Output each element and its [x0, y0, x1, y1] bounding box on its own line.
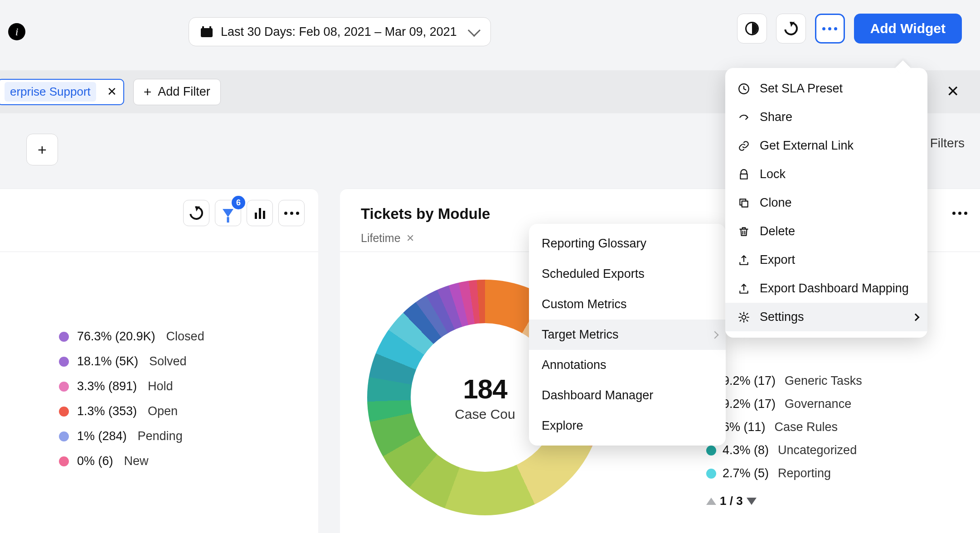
- widget-chart-type-button[interactable]: [247, 200, 273, 226]
- widget-more-button-right[interactable]: [949, 203, 970, 223]
- info-icon[interactable]: i: [8, 23, 25, 40]
- menu-item-label: Export: [760, 253, 795, 267]
- chevron-down-icon: [468, 24, 480, 37]
- legend-item[interactable]: 2.7% (5)Reporting: [706, 466, 862, 480]
- refresh-button[interactable]: [776, 14, 806, 44]
- submenu-item-annotations[interactable]: Annotations: [529, 350, 726, 380]
- filter-count-badge: 6: [232, 196, 245, 209]
- submenu-item-custom-metrics[interactable]: Custom Metrics: [529, 289, 726, 320]
- widget-more-button[interactable]: [278, 200, 305, 226]
- time-scope-chip[interactable]: Lifetime ✕: [361, 232, 414, 245]
- legend-label: New: [124, 454, 149, 468]
- submenu-item-reporting-glossary[interactable]: Reporting Glossary: [529, 228, 726, 259]
- menu-item-label: Clone: [760, 196, 792, 210]
- legend-item[interactable]: 6% (11)Case Rules: [706, 420, 862, 434]
- trash-icon: [737, 225, 751, 238]
- status-legend: 76.3% (20.9K)Closed18.1% (5K)Solved3.3% …: [59, 329, 204, 468]
- legend-value: 9.2% (17): [723, 397, 776, 411]
- contrast-icon: [745, 22, 759, 35]
- legend-value: 18.1% (5K): [77, 354, 138, 368]
- menu-item-export-dashboard-mapping[interactable]: Export Dashboard Mapping: [725, 274, 927, 303]
- close-filter-bar-icon[interactable]: ✕: [946, 82, 959, 100]
- donut-center-value: 184: [463, 373, 507, 405]
- plus-icon: +: [144, 85, 152, 99]
- menu-item-label: Share: [760, 110, 792, 124]
- pager-prev-icon[interactable]: [706, 498, 716, 505]
- more-actions-button[interactable]: [815, 14, 845, 44]
- legend-value: 1% (284): [77, 429, 127, 443]
- lock-icon: [737, 168, 751, 181]
- menu-item-label: Get External Link: [760, 139, 854, 153]
- legend-value: 6% (11): [723, 420, 766, 434]
- legend-value: 9.2% (17): [723, 374, 776, 388]
- legend-value: 76.3% (20.9K): [77, 329, 155, 344]
- submenu-item-explore[interactable]: Explore: [529, 411, 726, 441]
- date-range-text: Last 30 Days: Feb 08, 2021 – Mar 09, 202…: [221, 25, 457, 39]
- legend-value: 3.3% (891): [77, 379, 137, 393]
- legend-label: Open: [148, 404, 178, 418]
- menu-item-clone[interactable]: Clone: [725, 189, 927, 217]
- legend-value: 4.3% (8): [723, 443, 769, 457]
- legend-dot-icon: [706, 469, 716, 479]
- legend-item[interactable]: 4.3% (8)Uncategorized: [706, 443, 862, 457]
- filters-link[interactable]: Filters: [930, 136, 965, 150]
- submenu-item-dashboard-manager[interactable]: Dashboard Manager: [529, 380, 726, 411]
- legend-item[interactable]: 0% (6)New: [59, 454, 204, 468]
- menu-carrot: [895, 60, 911, 76]
- filter-chip-enterprise-support[interactable]: erprise Support ✕: [0, 79, 124, 105]
- remove-scope-icon[interactable]: ✕: [406, 233, 414, 244]
- legend-item[interactable]: 1% (284)Pending: [59, 429, 204, 443]
- legend-value: 2.7% (5): [723, 466, 769, 480]
- legend-label: Case Rules: [775, 420, 838, 434]
- menu-item-set-sla-preset[interactable]: Set SLA Preset: [725, 74, 927, 103]
- legend-value: 1.3% (353): [77, 404, 137, 418]
- widget-title: Tickets by Module: [361, 205, 490, 223]
- menu-item-label: Export Dashboard Mapping: [760, 281, 909, 296]
- submenu-item-target-metrics[interactable]: Target Metrics: [529, 320, 726, 350]
- legend-item[interactable]: 18.1% (5K)Solved: [59, 354, 204, 368]
- filter-icon: [223, 209, 233, 217]
- more-actions-menu: Set SLA PresetShareGet External LinkLock…: [725, 68, 927, 338]
- clock-icon: [737, 82, 751, 96]
- legend-item[interactable]: 76.3% (20.9K)Closed: [59, 329, 204, 344]
- menu-item-delete[interactable]: Delete: [725, 217, 927, 246]
- legend-value: 0% (6): [77, 454, 113, 468]
- menu-item-settings[interactable]: Settings: [725, 303, 927, 331]
- more-horizontal-icon: [284, 212, 299, 215]
- pager-next-icon[interactable]: [747, 498, 757, 505]
- export-icon: [737, 282, 751, 296]
- legend-item[interactable]: 9.2% (17)Governance: [706, 397, 862, 411]
- donut-center-label: Case Cou: [455, 407, 515, 422]
- legend-item[interactable]: 1.3% (353)Open: [59, 404, 204, 418]
- pager-text: 1 / 3: [720, 494, 743, 508]
- legend-dot-icon: [59, 357, 69, 367]
- gear-icon: [737, 310, 751, 324]
- widget-filter-button[interactable]: 6: [215, 200, 241, 226]
- menu-item-export[interactable]: Export: [725, 246, 927, 274]
- legend-label: Closed: [166, 329, 204, 344]
- submenu-item-scheduled-exports[interactable]: Scheduled Exports: [529, 259, 726, 289]
- menu-item-share[interactable]: Share: [725, 103, 927, 131]
- legend-dot-icon: [59, 456, 69, 466]
- bar-chart-icon: [255, 207, 265, 219]
- menu-item-lock[interactable]: Lock: [725, 160, 927, 189]
- menu-item-label: Lock: [760, 167, 786, 181]
- widget-card-status: 6 76.3% (20.9K)Closed18.1% (5K)Solved3.3…: [0, 189, 318, 533]
- legend-label: Reporting: [778, 466, 831, 480]
- add-tab-button[interactable]: +: [26, 134, 58, 165]
- remove-filter-icon[interactable]: ✕: [107, 85, 117, 99]
- legend-dot-icon: [706, 446, 716, 455]
- legend-label: Generic Tasks: [785, 374, 862, 388]
- add-filter-button[interactable]: + Add Filter: [133, 79, 221, 105]
- add-widget-button[interactable]: Add Widget: [854, 14, 962, 44]
- settings-submenu: Reporting GlossaryScheduled ExportsCusto…: [529, 224, 726, 446]
- legend-label: Uncategorized: [778, 443, 857, 457]
- menu-item-get-external-link[interactable]: Get External Link: [725, 131, 927, 160]
- legend-item[interactable]: 9.2% (17)Generic Tasks: [706, 374, 862, 388]
- menu-item-label: Delete: [760, 224, 795, 238]
- contrast-toggle-button[interactable]: [737, 14, 767, 44]
- legend-item[interactable]: 3.3% (891)Hold: [59, 379, 204, 393]
- widget-refresh-button[interactable]: [183, 200, 209, 226]
- date-range-dropdown[interactable]: Last 30 Days: Feb 08, 2021 – Mar 09, 202…: [189, 17, 491, 46]
- legend-dot-icon: [59, 382, 69, 392]
